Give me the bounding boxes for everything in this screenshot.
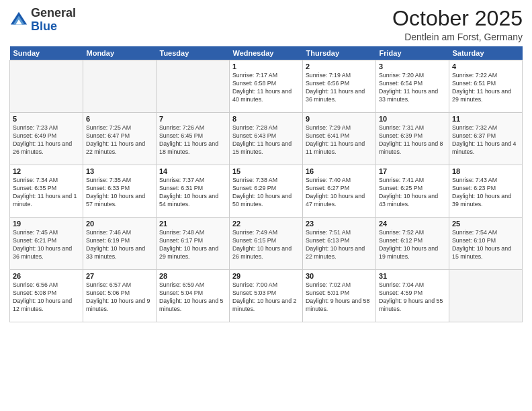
day-cell: 11Sunrise: 7:32 AM Sunset: 6:37 PM Dayli… bbox=[449, 113, 523, 165]
day-number: 13 bbox=[86, 167, 153, 175]
day-info: Sunrise: 7:54 AM Sunset: 6:10 PM Dayligh… bbox=[452, 229, 519, 261]
day-info: Sunrise: 7:38 AM Sunset: 6:29 PM Dayligh… bbox=[232, 177, 300, 209]
day-number: 5 bbox=[13, 115, 80, 123]
day-cell: 10Sunrise: 7:31 AM Sunset: 6:39 PM Dayli… bbox=[376, 113, 449, 165]
week-row-1: 1Sunrise: 7:17 AM Sunset: 6:58 PM Daylig… bbox=[10, 60, 523, 113]
day-info: Sunrise: 7:00 AM Sunset: 5:03 PM Dayligh… bbox=[232, 281, 300, 314]
day-cell: 21Sunrise: 7:48 AM Sunset: 6:17 PM Dayli… bbox=[157, 218, 230, 270]
day-cell: 23Sunrise: 7:51 AM Sunset: 6:13 PM Dayli… bbox=[303, 218, 376, 270]
day-number: 29 bbox=[232, 272, 300, 280]
week-row-3: 12Sunrise: 7:34 AM Sunset: 6:35 PM Dayli… bbox=[10, 165, 523, 218]
day-info: Sunrise: 7:28 AM Sunset: 6:43 PM Dayligh… bbox=[232, 124, 300, 156]
day-number: 16 bbox=[306, 167, 373, 175]
day-cell: 17Sunrise: 7:41 AM Sunset: 6:25 PM Dayli… bbox=[376, 165, 449, 218]
day-number: 6 bbox=[86, 115, 153, 123]
day-cell: 30Sunrise: 7:02 AM Sunset: 5:01 PM Dayli… bbox=[303, 270, 376, 322]
day-number: 23 bbox=[306, 220, 373, 228]
day-info: Sunrise: 7:02 AM Sunset: 5:01 PM Dayligh… bbox=[306, 281, 373, 314]
day-info: Sunrise: 7:29 AM Sunset: 6:41 PM Dayligh… bbox=[306, 124, 373, 156]
day-number: 7 bbox=[159, 115, 226, 123]
day-info: Sunrise: 7:25 AM Sunset: 6:47 PM Dayligh… bbox=[86, 124, 153, 156]
logo-general: General bbox=[31, 6, 76, 19]
day-info: Sunrise: 7:20 AM Sunset: 6:54 PM Dayligh… bbox=[379, 72, 446, 104]
day-number: 15 bbox=[232, 167, 300, 175]
day-number: 21 bbox=[159, 220, 226, 228]
day-cell bbox=[10, 60, 83, 113]
day-cell: 22Sunrise: 7:49 AM Sunset: 6:15 PM Dayli… bbox=[230, 218, 303, 270]
day-cell: 9Sunrise: 7:29 AM Sunset: 6:41 PM Daylig… bbox=[303, 113, 376, 165]
day-number: 18 bbox=[452, 167, 519, 175]
day-cell: 3Sunrise: 7:20 AM Sunset: 6:54 PM Daylig… bbox=[376, 60, 449, 113]
day-cell: 16Sunrise: 7:40 AM Sunset: 6:27 PM Dayli… bbox=[303, 165, 376, 218]
day-info: Sunrise: 7:19 AM Sunset: 6:56 PM Dayligh… bbox=[306, 72, 373, 104]
day-number: 3 bbox=[379, 62, 446, 71]
week-row-5: 26Sunrise: 6:56 AM Sunset: 5:08 PM Dayli… bbox=[10, 270, 523, 322]
day-cell: 4Sunrise: 7:22 AM Sunset: 6:51 PM Daylig… bbox=[449, 60, 523, 113]
day-info: Sunrise: 6:59 AM Sunset: 5:04 PM Dayligh… bbox=[159, 281, 226, 314]
location: Dentlein am Forst, Germany bbox=[392, 32, 523, 42]
day-info: Sunrise: 7:04 AM Sunset: 4:59 PM Dayligh… bbox=[379, 281, 446, 314]
day-info: Sunrise: 7:51 AM Sunset: 6:13 PM Dayligh… bbox=[306, 229, 373, 261]
month-title: October 2025 bbox=[392, 7, 523, 30]
day-info: Sunrise: 6:56 AM Sunset: 5:08 PM Dayligh… bbox=[13, 281, 80, 314]
weekday-header-tuesday: Tuesday bbox=[157, 46, 230, 60]
week-row-4: 19Sunrise: 7:45 AM Sunset: 6:21 PM Dayli… bbox=[10, 218, 523, 270]
day-cell: 19Sunrise: 7:45 AM Sunset: 6:21 PM Dayli… bbox=[10, 218, 83, 270]
day-number: 2 bbox=[306, 62, 373, 71]
day-cell bbox=[449, 270, 523, 322]
day-info: Sunrise: 7:31 AM Sunset: 6:39 PM Dayligh… bbox=[379, 124, 446, 156]
day-cell: 5Sunrise: 7:23 AM Sunset: 6:49 PM Daylig… bbox=[10, 113, 83, 165]
day-cell bbox=[157, 60, 230, 113]
day-number: 27 bbox=[86, 272, 153, 280]
day-number: 22 bbox=[232, 220, 300, 228]
day-number: 25 bbox=[452, 220, 519, 228]
day-number: 28 bbox=[159, 272, 226, 280]
day-cell: 28Sunrise: 6:59 AM Sunset: 5:04 PM Dayli… bbox=[157, 270, 230, 322]
day-number: 10 bbox=[379, 115, 446, 123]
day-info: Sunrise: 7:46 AM Sunset: 6:19 PM Dayligh… bbox=[86, 229, 153, 261]
day-cell: 18Sunrise: 7:43 AM Sunset: 6:23 PM Dayli… bbox=[449, 165, 523, 218]
day-number: 20 bbox=[86, 220, 153, 228]
day-cell bbox=[83, 60, 157, 113]
day-cell: 2Sunrise: 7:19 AM Sunset: 6:56 PM Daylig… bbox=[303, 60, 376, 113]
weekday-header-row: SundayMondayTuesdayWednesdayThursdayFrid… bbox=[10, 46, 523, 60]
day-info: Sunrise: 7:32 AM Sunset: 6:37 PM Dayligh… bbox=[452, 124, 519, 156]
day-number: 30 bbox=[306, 272, 373, 280]
day-number: 4 bbox=[452, 62, 519, 71]
day-info: Sunrise: 6:57 AM Sunset: 5:06 PM Dayligh… bbox=[86, 281, 153, 314]
weekday-header-wednesday: Wednesday bbox=[230, 46, 303, 60]
calendar-container: General Blue October 2025 Dentlein am Fo… bbox=[0, 0, 532, 328]
weekday-header-thursday: Thursday bbox=[303, 46, 376, 60]
day-info: Sunrise: 7:48 AM Sunset: 6:17 PM Dayligh… bbox=[159, 229, 226, 261]
day-info: Sunrise: 7:45 AM Sunset: 6:21 PM Dayligh… bbox=[13, 229, 80, 261]
title-block: October 2025 Dentlein am Forst, Germany bbox=[392, 7, 523, 42]
weekday-header-saturday: Saturday bbox=[449, 46, 523, 60]
day-cell: 27Sunrise: 6:57 AM Sunset: 5:06 PM Dayli… bbox=[83, 270, 157, 322]
day-number: 8 bbox=[232, 115, 300, 123]
day-info: Sunrise: 7:43 AM Sunset: 6:23 PM Dayligh… bbox=[452, 177, 519, 209]
day-info: Sunrise: 7:22 AM Sunset: 6:51 PM Dayligh… bbox=[452, 72, 519, 104]
day-info: Sunrise: 7:26 AM Sunset: 6:45 PM Dayligh… bbox=[159, 124, 226, 156]
logo-icon bbox=[9, 11, 28, 30]
day-number: 11 bbox=[452, 115, 519, 123]
day-info: Sunrise: 7:40 AM Sunset: 6:27 PM Dayligh… bbox=[306, 177, 373, 209]
weekday-header-monday: Monday bbox=[83, 46, 157, 60]
day-cell: 12Sunrise: 7:34 AM Sunset: 6:35 PM Dayli… bbox=[10, 165, 83, 218]
day-info: Sunrise: 7:23 AM Sunset: 6:49 PM Dayligh… bbox=[13, 124, 80, 156]
day-cell: 1Sunrise: 7:17 AM Sunset: 6:58 PM Daylig… bbox=[230, 60, 303, 113]
calendar-table: SundayMondayTuesdayWednesdayThursdayFrid… bbox=[9, 46, 523, 322]
day-number: 24 bbox=[379, 220, 446, 228]
day-number: 14 bbox=[159, 167, 226, 175]
weekday-header-friday: Friday bbox=[376, 46, 449, 60]
logo-text: General Blue bbox=[31, 7, 76, 34]
day-cell: 25Sunrise: 7:54 AM Sunset: 6:10 PM Dayli… bbox=[449, 218, 523, 270]
day-cell: 8Sunrise: 7:28 AM Sunset: 6:43 PM Daylig… bbox=[230, 113, 303, 165]
day-cell: 29Sunrise: 7:00 AM Sunset: 5:03 PM Dayli… bbox=[230, 270, 303, 322]
day-number: 26 bbox=[13, 272, 80, 280]
logo-blue: Blue bbox=[31, 19, 57, 33]
day-number: 12 bbox=[13, 167, 80, 175]
day-info: Sunrise: 7:17 AM Sunset: 6:58 PM Dayligh… bbox=[232, 72, 300, 104]
day-number: 9 bbox=[306, 115, 373, 123]
day-cell: 31Sunrise: 7:04 AM Sunset: 4:59 PM Dayli… bbox=[376, 270, 449, 322]
day-number: 31 bbox=[379, 272, 446, 280]
